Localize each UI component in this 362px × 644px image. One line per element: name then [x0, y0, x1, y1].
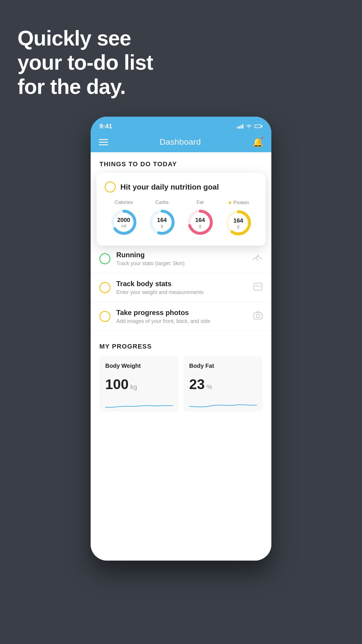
status-bar: 9:41 [91, 117, 271, 132]
status-time: 9:41 [99, 123, 112, 130]
nutrition-check-circle[interactable] [105, 181, 116, 192]
nutrition-grid: Calories 2000 cal [105, 200, 257, 237]
fat-label: Fat [196, 200, 204, 205]
photos-subtitle: Add images of your front, back, and side [116, 318, 247, 324]
hero-line1: Quickly see [17, 26, 153, 50]
hero-heading: Quickly see your to-do list for the day. [17, 26, 153, 99]
body-fat-chart [189, 397, 257, 412]
body-weight-unit: kg [130, 383, 137, 391]
bodystats-title: Track body stats [116, 280, 247, 288]
progress-header: MY PROGRESS [99, 343, 263, 350]
body-fat-unit: % [206, 383, 212, 391]
running-subtitle: Track your stats (target: 5km) [116, 260, 246, 267]
carbs-donut: 164 g [147, 208, 177, 237]
body-fat-card[interactable]: Body Fat 23 % [183, 356, 263, 412]
signal-icon [237, 124, 243, 129]
things-to-do-header: THINGS TO DO TODAY [91, 152, 271, 173]
nutrition-calories: Calories 2000 cal [109, 200, 138, 237]
carbs-value: 164 [157, 217, 167, 223]
hero-line3: for the day. [17, 75, 153, 99]
status-icons [237, 124, 263, 129]
nav-bar: Dashboard 🔔 [91, 132, 271, 152]
nav-title: Dashboard [160, 137, 201, 147]
menu-button[interactable] [99, 139, 108, 145]
svg-rect-3 [242, 124, 243, 129]
protein-value: 164 [233, 217, 243, 224]
nutrition-carbs: Carbs 164 g [147, 200, 177, 237]
task-body-stats[interactable]: Track body stats Enter your weight and m… [91, 273, 271, 302]
nutrition-card: Hit your daily nutrition goal Calories [96, 173, 266, 246]
fat-donut: 164 g [186, 208, 215, 237]
card-title-row: Hit your daily nutrition goal [105, 181, 257, 192]
notification-dot [261, 136, 264, 139]
body-weight-value-row: 100 kg [105, 376, 173, 392]
nutrition-protein: ★ Protein 164 g [224, 200, 253, 237]
running-icon [252, 254, 263, 264]
hero-line2: your to-do list [17, 50, 153, 75]
carbs-label: Carbs [155, 200, 168, 205]
fat-unit: g [195, 223, 205, 228]
svg-rect-6 [255, 125, 261, 127]
body-weight-chart [105, 397, 173, 412]
wifi-icon [246, 124, 252, 129]
svg-point-17 [256, 314, 260, 318]
protein-label: ★ Protein [228, 200, 249, 206]
svg-rect-0 [237, 127, 238, 129]
notification-bell-button[interactable]: 🔔 [252, 137, 263, 147]
running-task-text: Running Track your stats (target: 5km) [116, 251, 246, 267]
star-icon: ★ [228, 200, 232, 206]
body-weight-card[interactable]: Body Weight 100 kg [99, 356, 179, 412]
svg-rect-15 [254, 283, 262, 290]
svg-rect-2 [240, 125, 242, 129]
calories-donut: 2000 cal [109, 208, 138, 237]
nutrition-card-title: Hit your daily nutrition goal [120, 183, 219, 192]
svg-rect-1 [239, 126, 240, 129]
task-running[interactable]: Running Track your stats (target: 5km) [91, 244, 271, 273]
carbs-unit: g [157, 223, 167, 228]
running-title: Running [116, 251, 246, 259]
photos-check[interactable] [99, 311, 110, 322]
progress-section: MY PROGRESS Body Weight 100 kg [91, 331, 271, 412]
calories-unit: cal [117, 223, 130, 228]
phone-shell: 9:41 [91, 117, 271, 561]
body-fat-value-row: 23 % [189, 376, 257, 392]
body-weight-title: Body Weight [105, 363, 173, 369]
bodystats-subtitle: Enter your weight and measurements [116, 289, 247, 295]
phone-mockup: 9:41 [91, 117, 271, 561]
task-list: Running Track your stats (target: 5km) [91, 244, 271, 331]
task-progress-photos[interactable]: Take progress photos Add images of your … [91, 302, 271, 331]
running-check[interactable] [99, 253, 110, 264]
svg-rect-16 [254, 313, 262, 319]
bodystats-task-text: Track body stats Enter your weight and m… [116, 280, 247, 295]
photo-icon [253, 311, 263, 322]
protein-donut: 164 g [224, 208, 253, 237]
photos-task-text: Take progress photos Add images of your … [116, 309, 247, 324]
protein-unit: g [233, 224, 243, 229]
nutrition-fat: Fat 164 g [186, 200, 215, 237]
body-fat-value: 23 [189, 376, 205, 392]
photos-title: Take progress photos [116, 309, 247, 317]
body-fat-title: Body Fat [189, 363, 257, 369]
fat-value: 164 [195, 217, 205, 223]
svg-rect-5 [261, 125, 263, 127]
calories-value: 2000 [117, 217, 130, 223]
battery-icon [254, 124, 263, 129]
progress-cards: Body Weight 100 kg Body Fat [99, 356, 263, 412]
body-weight-value: 100 [105, 376, 129, 392]
scale-icon [253, 282, 263, 293]
bodystats-check[interactable] [99, 282, 110, 293]
calories-label: Calories [115, 200, 133, 205]
phone-content: THINGS TO DO TODAY Hit your daily nutrit… [91, 152, 271, 561]
